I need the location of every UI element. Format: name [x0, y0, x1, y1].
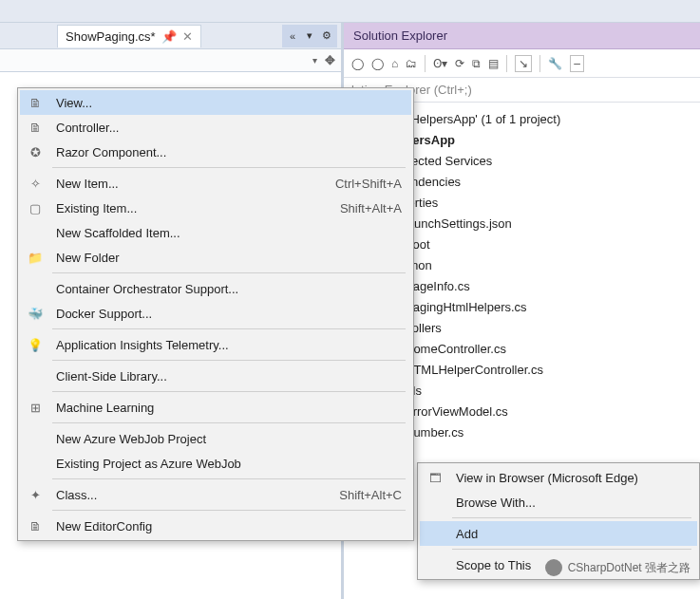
panel-title: Solution Explorer — [344, 23, 700, 49]
panel-toolbar: ◯ ◯ ⌂ 🗂 ʘ▾ ⟳ ⧉ ▤ ↘ 🔧 – — [344, 49, 700, 78]
menu-ml[interactable]: ⊞Machine Learning — [20, 395, 411, 420]
sync-icon[interactable]: ↘ — [515, 55, 532, 72]
filter-icon[interactable]: ʘ▾ — [433, 57, 447, 70]
menu-scope[interactable]: Scope to This — [420, 552, 697, 577]
view-icon: 🗎 — [26, 96, 45, 110]
menu-class[interactable]: ✦Class...Shift+Alt+C — [20, 482, 411, 507]
folder-new-icon: 📁 — [26, 251, 45, 265]
menu-azure-existing[interactable]: Existing Project as Azure WebJob — [20, 451, 411, 476]
menu-docker[interactable]: 🐳Docker Support... — [20, 301, 411, 326]
menu-browse-with[interactable]: Browse With... — [420, 490, 697, 515]
menu-new-item[interactable]: ✧New Item...Ctrl+Shift+A — [20, 171, 411, 196]
forward-icon[interactable]: ◯ — [371, 57, 384, 70]
menu-add[interactable]: Add — [420, 521, 697, 546]
menu-orchestrator[interactable]: Container Orchestrator Support... — [20, 276, 411, 301]
menu-razor[interactable]: ✪Razor Component... — [20, 140, 411, 164]
mode-icon[interactable]: – — [570, 55, 584, 72]
nav-dropdown-icon[interactable]: ▾ — [312, 55, 317, 66]
nav-bar: ▾ ✥ — [0, 49, 341, 72]
move-icon[interactable]: ✥ — [325, 53, 335, 67]
home-icon[interactable]: ⌂ — [391, 57, 398, 70]
file-tab[interactable]: ShowPaging.cs* 📌 ✕ — [57, 25, 201, 47]
new-item-icon: ✧ — [26, 177, 45, 191]
editorconfig-icon: 🗎 — [26, 519, 45, 533]
docker-icon: 🐳 — [26, 307, 45, 321]
switch-view-icon[interactable]: 🗂 — [406, 57, 417, 70]
menu-scaffolded[interactable]: New Scaffolded Item... — [20, 220, 411, 245]
back-icon[interactable]: ◯ — [351, 57, 364, 70]
insights-icon: 💡 — [26, 338, 45, 352]
existing-item-icon: ▢ — [26, 201, 45, 215]
document-tab-row: ShowPaging.cs* 📌 ✕ « ▾ ⚙ — [0, 23, 341, 49]
ml-icon: ⊞ — [26, 401, 45, 415]
dropdown-icon[interactable]: ▾ — [303, 29, 316, 42]
menu-controller[interactable]: 🗎Controller... — [20, 115, 411, 140]
menu-azure-new[interactable]: New Azure WebJob Project — [20, 426, 411, 451]
top-strip — [0, 0, 700, 23]
tab-tools: « ▾ ⚙ — [282, 25, 337, 47]
file-tab-label: ShowPaging.cs* — [66, 29, 156, 44]
gear-icon[interactable]: ⚙ — [320, 29, 333, 42]
menu-view[interactable]: 🗎View... — [20, 90, 411, 115]
menu-new-folder[interactable]: 📁New Folder — [20, 245, 411, 270]
add-context-menu: 🗎View... 🗎Controller... ✪Razor Component… — [17, 87, 414, 541]
close-icon[interactable]: ✕ — [182, 29, 193, 44]
solution-context-menu: 🗔View in Browser (Microsoft Edge) Browse… — [417, 462, 700, 580]
menu-clientlib[interactable]: Client-Side Library... — [20, 364, 411, 388]
collapse-icon[interactable]: ⧉ — [472, 57, 481, 70]
menu-appinsights[interactable]: 💡Application Insights Telemetry... — [20, 332, 411, 357]
show-all-icon[interactable]: ▤ — [488, 57, 499, 70]
razor-icon: ✪ — [26, 145, 45, 159]
controller-icon: 🗎 — [26, 121, 45, 135]
menu-view-browser[interactable]: 🗔View in Browser (Microsoft Edge) — [420, 465, 697, 490]
class-icon: ✦ — [26, 488, 45, 502]
refresh-icon[interactable]: ⟳ — [455, 57, 464, 70]
menu-existing-item[interactable]: ▢Existing Item...Shift+Alt+A — [20, 196, 411, 220]
browser-icon: 🗔 — [426, 471, 445, 485]
overflow-icon[interactable]: « — [286, 30, 299, 42]
pin-icon[interactable]: 📌 — [161, 29, 177, 44]
properties-icon[interactable]: 🔧 — [548, 57, 562, 70]
menu-editorconfig[interactable]: 🗎New EditorConfig — [20, 514, 411, 538]
